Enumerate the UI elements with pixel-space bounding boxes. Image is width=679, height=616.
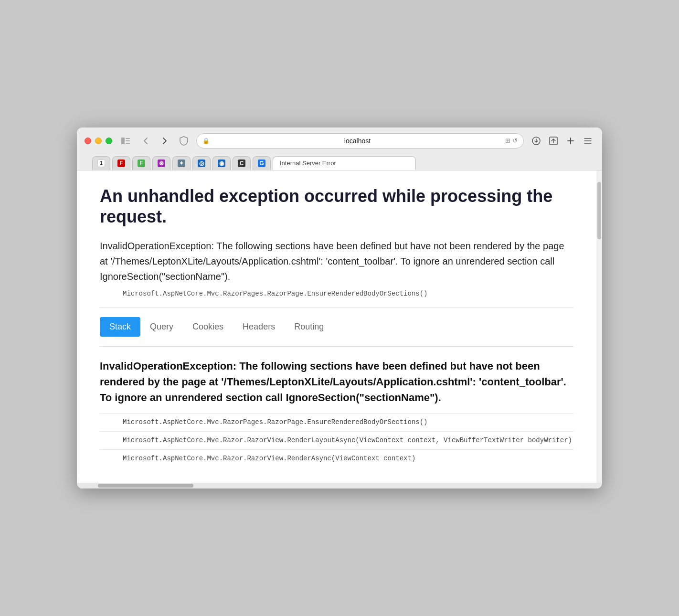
scrollbar-thumb[interactable] — [597, 182, 601, 239]
stack-line-1: Microsoft.AspNetCore.Mvc.RazorPages.Razo… — [100, 413, 573, 431]
lock-icon: 🔒 — [202, 138, 210, 144]
sidebar-toggle-button[interactable] — [118, 135, 133, 147]
tab-7-favicon: ◉ — [218, 159, 225, 167]
translate-icon: ⊞ — [505, 137, 510, 144]
tab-cookies[interactable]: Cookies — [183, 317, 233, 337]
exception-message: InvalidOperationException: The following… — [100, 238, 573, 284]
active-tab-label: Internal Server Error — [278, 159, 338, 167]
browser-tab-3[interactable]: F — [132, 156, 150, 170]
svg-rect-0 — [121, 138, 125, 144]
new-tab-icon-button[interactable] — [564, 134, 577, 148]
forward-button[interactable] — [158, 135, 171, 147]
address-bar[interactable]: 🔒 localhost ⊞ ↺ — [196, 133, 524, 149]
tab-query[interactable]: Query — [140, 317, 183, 337]
tab-6-favicon: ◎ — [198, 159, 205, 167]
address-right-icons: ⊞ ↺ — [505, 137, 518, 144]
tab-2-favicon: F — [117, 159, 125, 167]
bottom-scrollbar[interactable] — [77, 483, 602, 489]
browser-tab-1[interactable]: 1 — [92, 156, 110, 170]
tab-5-favicon: ✦ — [178, 159, 185, 167]
scrollbar[interactable] — [596, 170, 602, 483]
page-main-heading: An unhandled exception occurred while pr… — [100, 186, 573, 227]
browser-window: 🔒 localhost ⊞ ↺ — [77, 127, 602, 489]
stack-line-2: Microsoft.AspNetCore.Mvc.Razor.RazorView… — [100, 431, 573, 449]
tab-routing[interactable]: Routing — [285, 317, 333, 337]
divider-1 — [100, 307, 573, 308]
tab-4-favicon: ⊛ — [158, 159, 165, 167]
tab-headers[interactable]: Headers — [233, 317, 285, 337]
tab-3-favicon: F — [138, 159, 145, 167]
title-bar: 🔒 localhost ⊞ ↺ — [77, 127, 602, 170]
traffic-lights — [85, 138, 112, 144]
tab-1-favicon: 1 — [97, 159, 105, 167]
tab-8-favicon: C — [238, 159, 245, 167]
close-button[interactable] — [85, 138, 91, 144]
stack-line-3: Microsoft.AspNetCore.Mvc.Razor.RazorView… — [100, 449, 573, 467]
url-text: localhost — [212, 137, 502, 145]
toolbar-right — [530, 134, 594, 148]
svg-rect-1 — [126, 138, 130, 139]
browser-tab-8[interactable]: C — [233, 156, 251, 170]
tab-9-favicon: G — [258, 159, 265, 167]
stack-detail-title: InvalidOperationException: The following… — [100, 358, 573, 405]
browser-tab-5[interactable]: ✦ — [172, 156, 191, 170]
minimize-button[interactable] — [95, 138, 102, 144]
browser-tab-2[interactable]: F — [112, 156, 130, 170]
browser-tab-active[interactable]: Internal Server Error — [273, 156, 416, 170]
bottom-scrollbar-thumb[interactable] — [98, 484, 193, 488]
browser-tab-7[interactable]: ◉ — [212, 156, 231, 170]
browser-tab-9[interactable]: G — [253, 156, 271, 170]
browser-tabs-row: 1 F F ⊛ ✦ ◎ ◉ C G — [85, 153, 594, 170]
svg-rect-3 — [126, 143, 130, 144]
divider-2 — [100, 346, 573, 347]
browser-tab-6[interactable]: ◎ — [192, 156, 211, 170]
error-tabs: Stack Query Cookies Headers Routing — [100, 317, 573, 337]
back-button[interactable] — [139, 135, 152, 147]
share-icon-button[interactable] — [547, 134, 560, 148]
download-icon-button[interactable] — [530, 134, 543, 148]
browser-content: An unhandled exception occurred while pr… — [77, 170, 596, 483]
svg-rect-2 — [126, 140, 130, 141]
more-options-button[interactable] — [581, 134, 594, 148]
stack-detail-section: InvalidOperationException: The following… — [100, 358, 573, 467]
browser-content-wrap: An unhandled exception occurred while pr… — [77, 170, 602, 483]
refresh-icon[interactable]: ↺ — [512, 137, 518, 144]
browser-tab-4[interactable]: ⊛ — [152, 156, 170, 170]
tab-stack[interactable]: Stack — [100, 317, 140, 337]
maximize-button[interactable] — [106, 138, 112, 144]
shield-icon — [177, 134, 191, 148]
stack-trace-short: Microsoft.AspNetCore.Mvc.RazorPages.Razo… — [100, 290, 573, 297]
